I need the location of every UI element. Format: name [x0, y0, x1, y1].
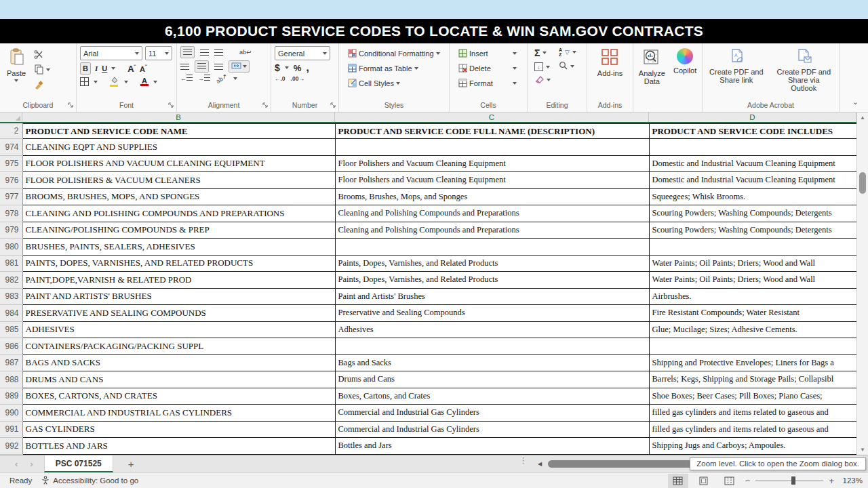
italic-button[interactable]: I — [95, 64, 98, 73]
fill-color-dropdown-icon[interactable] — [124, 81, 128, 83]
grow-font-button[interactable]: Aˆ — [127, 64, 136, 74]
scroll-up-icon[interactable]: ▲ — [857, 115, 868, 121]
comma-style-button[interactable]: , — [306, 64, 309, 71]
bold-button[interactable]: B — [80, 62, 91, 75]
cell-c[interactable]: Bottles and Jars — [335, 438, 649, 455]
accessibility-status[interactable]: Accessibility: Good to go — [41, 476, 138, 486]
cell-b[interactable]: CLEANING EQPT AND SUPPLIES — [22, 139, 335, 156]
cell-d[interactable]: Squeegees; Whisk Brooms. — [649, 188, 856, 205]
sort-filter-button[interactable]: AZ ▽ — [559, 47, 576, 57]
collapse-ribbon-icon[interactable]: ⌄ — [852, 98, 859, 106]
cell-d[interactable]: Water Paints; Oil Paints; Driers; Wood a… — [649, 272, 856, 289]
zoom-out-button[interactable]: − — [745, 476, 751, 486]
align-top-button[interactable] — [180, 46, 195, 58]
delete-cells-button[interactable]: Delete — [456, 62, 519, 75]
row-number[interactable]: 984 — [0, 305, 22, 322]
merge-center-button[interactable] — [229, 60, 250, 73]
cell-c[interactable]: Cleaning and Polishing Compounds and Pre… — [335, 222, 649, 239]
row-number[interactable]: 2 — [0, 124, 22, 139]
align-middle-button[interactable] — [200, 49, 209, 56]
cell-c[interactable]: Paints, Dopes, Varnishes, and Related Pr… — [335, 255, 649, 272]
cell-c[interactable] — [335, 139, 649, 156]
row-number[interactable]: 987 — [0, 354, 22, 371]
cell-b[interactable]: PRESERVATIVE AND SEALING COMPOUNDS — [22, 305, 335, 322]
cell-c[interactable]: Bags and Sacks — [335, 354, 649, 371]
row-number[interactable]: 988 — [0, 371, 22, 388]
row-number[interactable]: 983 — [0, 288, 22, 305]
zoom-slider-thumb[interactable] — [791, 476, 795, 485]
select-all-corner[interactable] — [0, 113, 22, 122]
row-number[interactable]: 989 — [0, 388, 22, 405]
row-number[interactable]: 977 — [0, 188, 22, 205]
column-header-c[interactable]: C — [335, 113, 649, 122]
header-cell-d[interactable]: PRODUCT AND SERVICE CODE INCLUDES — [649, 124, 856, 139]
fill-color-icon[interactable] — [110, 77, 119, 87]
addins-button[interactable]: Add-ins — [594, 47, 626, 100]
zoom-in-button[interactable]: + — [829, 476, 834, 486]
row-number[interactable]: 990 — [0, 405, 22, 422]
clear-button[interactable] — [534, 75, 551, 85]
copilot-button[interactable]: Copilot — [670, 47, 700, 100]
cell-c[interactable]: Brooms, Brushes, Mops, and Sponges — [335, 188, 649, 205]
row-number[interactable]: 992 — [0, 438, 22, 455]
decrease-indent-icon[interactable]: ← — [180, 75, 193, 82]
paste-button[interactable]: Paste — [3, 47, 29, 100]
cell-d[interactable]: Fire Resistant Compounds; Water Resistan… — [649, 305, 856, 322]
align-left-button[interactable] — [180, 64, 189, 70]
font-color-icon[interactable]: A — [140, 77, 149, 86]
shrink-font-button[interactable]: Aˇ — [140, 64, 146, 73]
format-as-table-button[interactable]: Format as Table — [346, 62, 446, 75]
copy-dropdown-icon[interactable] — [46, 68, 50, 71]
cell-b[interactable]: GAS CYLINDERS — [22, 421, 335, 438]
cell-c[interactable]: Preservative and Sealing Compounds — [335, 305, 649, 322]
cell-d[interactable]: Scouring Powders; Washing Compounds; Det… — [649, 222, 856, 239]
cell-b[interactable]: FLOOR POLISHERS & VACUUM CLEANERS — [22, 172, 335, 189]
normal-view-button[interactable] — [668, 474, 688, 488]
format-painter-button[interactable] — [32, 78, 52, 92]
cell-d[interactable] — [649, 139, 856, 156]
font-name-select[interactable]: Arial — [80, 46, 142, 60]
zoom-level-button[interactable]: 123% — [840, 476, 863, 485]
fill-button[interactable]: ↓ — [534, 62, 551, 71]
row-number[interactable]: 975 — [0, 155, 22, 172]
cell-b[interactable]: BROOMS, BRUSHES, MOPS, AND SPONGES — [22, 188, 335, 205]
column-header-b[interactable]: B — [22, 113, 335, 122]
cell-d[interactable]: filled gas cylinders and items related t… — [649, 421, 856, 438]
accounting-dropdown-icon[interactable] — [285, 66, 289, 69]
new-sheet-button[interactable]: + — [113, 455, 149, 472]
alignment-dialog-launcher-icon[interactable] — [262, 102, 269, 110]
paste-dropdown-icon[interactable] — [14, 79, 18, 82]
vertical-scrollbar-thumb[interactable] — [859, 172, 866, 194]
cell-d[interactable]: Domestic and Industrial Vacuum Cleaning … — [649, 172, 856, 189]
cell-b[interactable]: BAGS AND SACKS — [22, 354, 335, 371]
cell-c[interactable]: Paints, Dopes, Varnishes, and Related Pr… — [335, 272, 649, 289]
zoom-slider[interactable] — [755, 476, 823, 485]
underline-dropdown-icon[interactable] — [111, 67, 115, 70]
font-color-dropdown-icon[interactable] — [153, 81, 157, 83]
prev-sheet-icon[interactable]: ‹ — [15, 459, 18, 469]
font-size-select[interactable]: 11 — [145, 46, 172, 60]
merge-dropdown-icon[interactable] — [243, 65, 247, 68]
cell-b[interactable]: PAINT,DOPE,VARNISH & RELATED PROD — [22, 272, 335, 289]
row-number[interactable]: 981 — [0, 255, 22, 272]
row-number[interactable]: 991 — [0, 421, 22, 438]
cell-c[interactable] — [335, 338, 649, 355]
number-dialog-launcher-icon[interactable] — [330, 102, 336, 110]
cell-b[interactable]: CLEANING/POLISHING COMPOUNDS & PREP — [22, 222, 335, 239]
row-number[interactable]: 979 — [0, 222, 22, 239]
cell-c[interactable]: Cleaning and Polishing Compounds and Pre… — [335, 205, 649, 222]
insert-cells-button[interactable]: Insert — [456, 47, 519, 60]
cell-d[interactable]: Airbrushes. — [649, 288, 856, 305]
cell-b[interactable]: FLOOR POLISHERS AND VACUUM CLEANING EQUI… — [22, 155, 335, 172]
cell-d[interactable]: Shipping Jugs and Carboys; Ampoules. — [649, 438, 856, 455]
borders-icon[interactable] — [80, 77, 89, 86]
align-bottom-button[interactable] — [214, 49, 223, 56]
cell-d[interactable]: Domestic and Industrial Vacuum Cleaning … — [649, 155, 856, 172]
format-cells-button[interactable]: Format — [456, 77, 519, 89]
vertical-scrollbar[interactable]: ▲ ▼ — [856, 113, 868, 455]
row-number[interactable]: 974 — [0, 139, 22, 156]
cell-b[interactable]: CONTAINERS/PACKAGING/PACKING SUPPL — [22, 338, 335, 355]
increase-indent-icon[interactable]: → — [198, 75, 210, 82]
cell-d[interactable]: Shipping and Protective Envelopes; Liner… — [649, 354, 856, 371]
cell-b[interactable]: COMMERCIAL AND INDUSTRIAL GAS CYLINDERS — [22, 405, 335, 422]
